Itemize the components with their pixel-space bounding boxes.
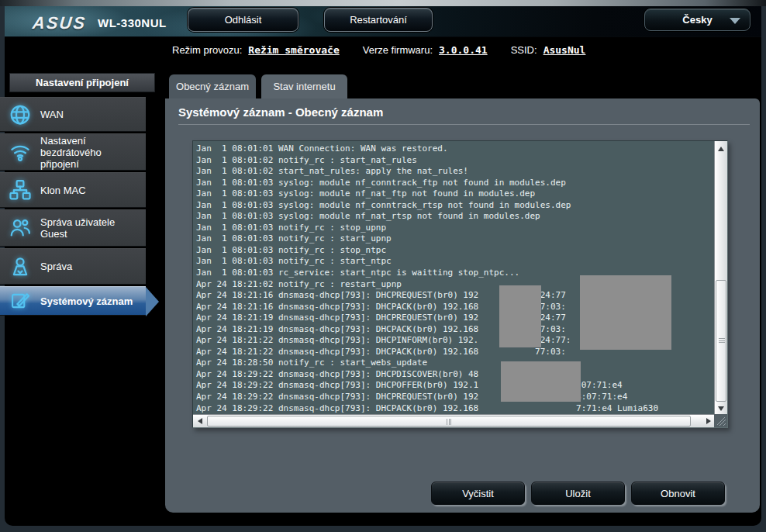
user-badge-icon <box>0 255 40 278</box>
sidebar-item-label: Nastavení bezdrátového připojení <box>40 135 146 170</box>
model-name: WL-330NUL <box>98 16 167 29</box>
redaction-box <box>499 285 541 347</box>
sidebar-item-label: Správa <box>40 261 146 272</box>
log-line: Jan 1 08:01:03 syslog: module nf_conntra… <box>196 178 715 189</box>
redaction-box <box>501 361 581 402</box>
horizontal-scroll-thumb[interactable] <box>207 416 691 427</box>
sidebar-item-mac-clone[interactable]: Klon MAC <box>0 172 146 208</box>
vertical-scroll-thumb[interactable] <box>716 280 726 402</box>
log-line: Jan 1 08:01:03 syslog: module nf_conntra… <box>196 200 715 212</box>
log-line: Apr 24 18:29:22 dnsmasq-dhcp[793]: DHCPD… <box>196 369 715 381</box>
firmware-version-link[interactable]: 3.0.0.41 <box>439 44 488 56</box>
selected-item-arrow <box>146 287 159 316</box>
log-line: Apr 24 18:29:22 dnsmasq-dhcp[793]: DHCPR… <box>196 392 715 403</box>
status-infobar: Režim provozu: Režim směrovače Verze fir… <box>5 37 761 62</box>
resize-grip[interactable] <box>714 414 727 427</box>
log-line: Jan 1 08:01:03 notify_rc : stop_ntpc <box>196 245 715 257</box>
thumb-grip <box>447 419 451 425</box>
scroll-down-icon[interactable] <box>718 406 724 411</box>
scroll-left-icon[interactable] <box>198 418 202 424</box>
log-line: Jan 1 08:01:03 notify_rc : start_ntpc <box>196 256 715 268</box>
sidebar-item-label: Klon MAC <box>40 185 146 196</box>
asus-logo: ASUS <box>32 13 88 33</box>
network-nodes-icon <box>0 178 40 202</box>
logout-button[interactable]: Odhlásit <box>188 8 298 32</box>
log-line: Jan 1 08:01:03 syslog: module nf_nat_ftp… <box>196 188 715 200</box>
log-line: Jan 1 08:01:02 notify_rc : start_nat_rul… <box>196 155 715 167</box>
header-bar: ASUS WL-330NUL Odhlásit Restartování Čes… <box>5 6 761 37</box>
language-selected-value: Česky <box>682 14 712 26</box>
sidebar-item-wan[interactable]: WAN <box>0 97 146 132</box>
log-line: Jan 1 08:01:01 WAN Connection: WAN was r… <box>196 143 715 155</box>
redaction-box <box>580 275 671 350</box>
chevron-down-icon <box>730 18 740 24</box>
operation-mode-label: Režim provozu: <box>172 44 242 56</box>
sidebar: Nastavení připojení <box>9 73 155 92</box>
tab-internet-status[interactable]: Stav internetu <box>261 74 347 98</box>
log-line: Apr 24 18:29:22 dnsmasq-dhcp[793]: DHCPA… <box>196 403 715 415</box>
sidebar-item-label: Systémový záznam <box>40 295 146 307</box>
sidebar-item-label: Správa uživatele Guest <box>40 216 146 240</box>
router-admin-page: ASUS WL-330NUL Odhlásit Restartování Čes… <box>0 0 766 532</box>
sidebar-item-wireless[interactable]: Nastavení bezdrátového připojení <box>0 133 146 171</box>
sidebar-item-guest-users[interactable]: Správa uživatele Guest <box>0 209 146 247</box>
title-divider <box>178 124 750 125</box>
sidebar-item-system-log[interactable]: Systémový záznam <box>0 286 146 316</box>
save-button[interactable]: Uložit <box>531 482 625 505</box>
window-top-shine <box>0 0 766 6</box>
refresh-button[interactable]: Obnovit <box>631 482 725 505</box>
thumb-grip <box>719 338 725 343</box>
ssid-value-link[interactable]: AsusNul <box>543 44 586 56</box>
log-line: Jan 1 08:01:03 notify_rc : stop_upnp <box>196 223 715 234</box>
clear-button[interactable]: Vyčistit <box>431 482 525 505</box>
language-dropdown[interactable]: Česky <box>644 9 750 31</box>
horizontal-scrollbar[interactable] <box>193 414 716 427</box>
sidebar-header: Nastavení připojení <box>9 73 155 92</box>
log-line: Jan 1 08:01:02 start_nat_rules: apply th… <box>196 166 715 178</box>
scroll-right-icon[interactable] <box>706 418 711 424</box>
reboot-button[interactable]: Restartování <box>324 8 433 32</box>
sidebar-item-label: WAN <box>40 109 146 120</box>
wifi-icon <box>0 140 40 164</box>
log-line: Apr 24 18:28:50 notify_rc : start_webs_u… <box>196 358 715 369</box>
page-title: Systémový záznam - Obecný záznam <box>178 105 383 119</box>
scroll-up-icon[interactable] <box>718 147 724 151</box>
edit-log-icon <box>0 290 40 312</box>
tab-general-log[interactable]: Obecný záznam <box>169 74 256 98</box>
sidebar-item-administration[interactable]: Správa <box>0 248 146 285</box>
log-line: Jan 1 08:01:03 notify_rc : start_upnp <box>196 233 715 245</box>
log-line: Jan 1 08:01:03 syslog: module nf_nat_rts… <box>196 211 715 223</box>
users-icon <box>0 216 40 240</box>
content-panel: Systémový záznam - Obecný záznam Jan 1 0… <box>165 98 760 513</box>
globe-icon <box>0 103 40 126</box>
log-line: Apr 24 18:29:22 dnsmasq-dhcp[793]: DHCPO… <box>196 380 715 392</box>
firmware-label: Verze firmwaru: <box>363 44 433 56</box>
ssid-label: SSID: <box>511 44 537 56</box>
system-log-textarea[interactable]: Jan 1 08:01:01 WAN Connection: WAN was r… <box>192 140 728 428</box>
operation-mode-link[interactable]: Režim směrovače <box>248 44 339 56</box>
vertical-scrollbar[interactable] <box>714 141 727 416</box>
